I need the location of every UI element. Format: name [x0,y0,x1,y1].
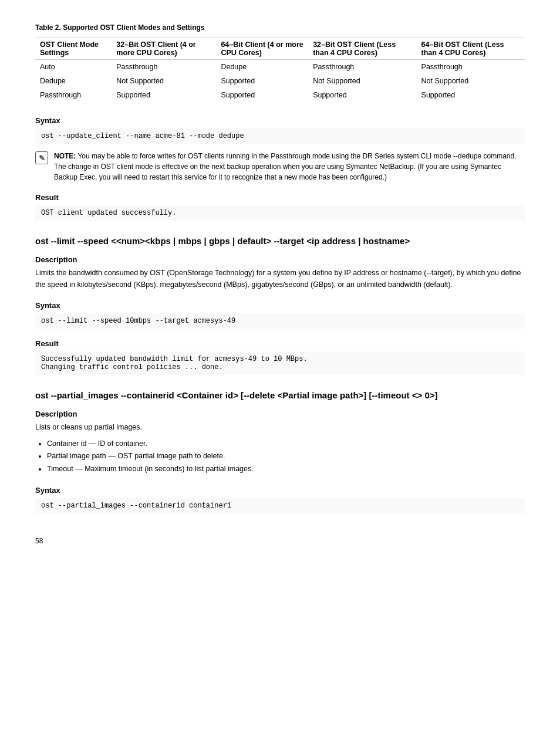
syntax-heading-2: Syntax [35,301,525,310]
table-cell: Dedupe [216,60,308,75]
result-heading-2: Result [35,339,525,348]
col-header-4: 32–Bit OST Client (Less than 4 CPU Cores… [308,38,416,60]
syntax-code-1: ost --update_client --name acme-81 --mod… [35,128,525,144]
ost-modes-table: OST Client Mode Settings 32–Bit OST Clie… [35,38,525,102]
list-item: Partial image path — OST partial image p… [47,450,525,462]
note-box: ✎ NOTE: You may be able to force writes … [35,151,525,182]
result-heading-1: Result [35,193,525,202]
page-number: 58 [35,537,525,545]
description1-heading: Description [35,255,525,264]
table-cell: Dedupe [35,74,112,88]
description1-text: Limits the bandwidth consumed by OST (Op… [35,267,525,290]
note-icon: ✎ [35,151,48,164]
col-header-2: 32–Bit OST Client (4 or more CPU Cores) [112,38,216,60]
table-cell: Supported [216,88,308,102]
description2-text: Lists or cleans up partial images. [35,421,525,433]
table-cell: Not Supported [417,74,525,88]
table-cell: Supported [417,88,525,102]
table-cell: Supported [216,74,308,88]
syntax-code-2: ost --limit --speed 10mbps --target acme… [35,313,525,329]
col-header-5: 64–Bit OST Client (Less than 4 CPU Cores… [417,38,525,60]
table-cell: Passthrough [112,60,216,75]
table-cell: Supported [112,88,216,102]
syntax-code-3: ost --partial_images --containerid conta… [35,498,525,513]
table-cell: Supported [308,88,416,102]
description2-heading: Description [35,410,525,418]
list-item: Container id — ID of container. [47,438,525,450]
table-cell: Passthrough [35,88,112,102]
table-cell: Passthrough [417,60,525,75]
table-cell: Not Supported [308,74,416,88]
table-cell: Auto [35,60,112,75]
result-code-2: Successfully updated bandwidth limit for… [35,351,525,375]
note-label: NOTE: [54,152,76,160]
bullet-list: Container id — ID of container.Partial i… [47,438,525,475]
note-body: You may be able to force writes for OST … [54,152,517,181]
col-header-1: OST Client Mode Settings [35,38,112,60]
result-code-1: OST client updated successfully. [35,205,525,221]
syntax-heading-3: Syntax [35,486,525,495]
list-item: Timeout — Maximum timeout (in seconds) t… [47,463,525,475]
note-text: NOTE: You may be able to force writes fo… [54,151,525,182]
command1-heading: ost --limit --speed <<num><kbps | mbps |… [35,235,525,247]
table-cell: Not Supported [112,74,216,88]
col-header-3: 64–Bit Client (4 or more CPU Cores) [216,38,308,60]
syntax-heading-1: Syntax [35,116,525,125]
table-caption: Table 2. Supported OST Client Modes and … [35,23,525,32]
command2-heading: ost --partial_images --containerid <Cont… [35,389,525,401]
table-cell: Passthrough [308,60,416,75]
